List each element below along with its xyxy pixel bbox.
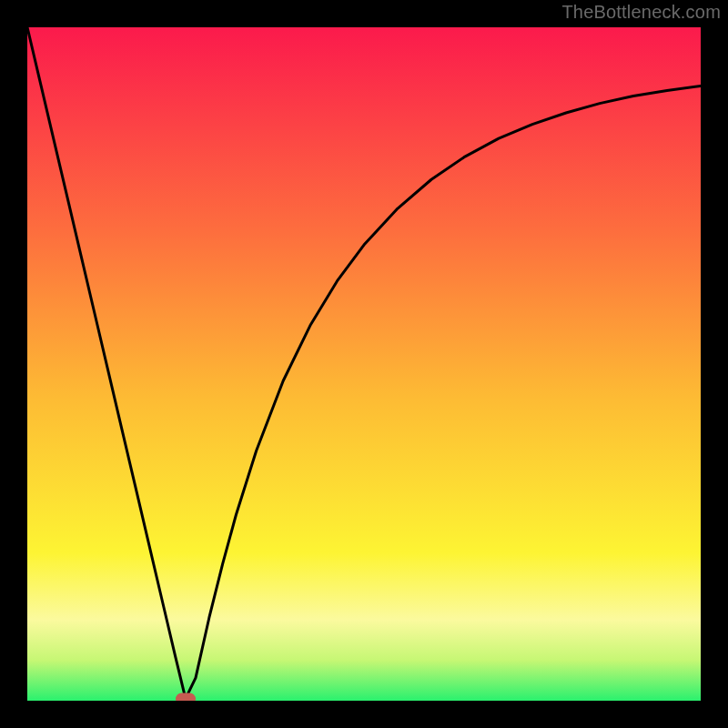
- chart-frame: TheBottleneck.com: [0, 0, 728, 728]
- watermark-text: TheBottleneck.com: [561, 2, 721, 23]
- plot-area: [27, 27, 701, 701]
- chart-svg: [27, 27, 701, 701]
- gradient-background: [27, 27, 701, 701]
- optimal-point-marker: [176, 693, 196, 701]
